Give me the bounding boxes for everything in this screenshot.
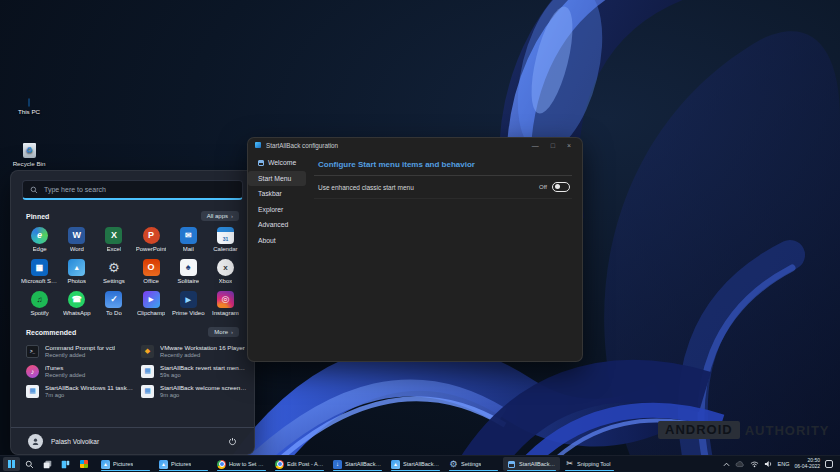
recommended-item[interactable]: >_ Command Prompt for vctlRecently added	[26, 344, 133, 358]
store-icon	[80, 460, 88, 468]
clipchamp-icon: ▸	[143, 291, 160, 308]
user-name[interactable]: Palash Volvoikar	[51, 438, 99, 445]
sidebar-item-explorer[interactable]: Explorer	[248, 202, 306, 218]
close-button[interactable]: ×	[567, 142, 571, 149]
taskbar-window-chrome-how-to[interactable]: How to Set Windo...	[213, 457, 270, 471]
app-tile-solitaire[interactable]: ♠Solitaire	[170, 259, 207, 284]
recommended-item[interactable]: ▦ StartAllBack welcome screen Wind...9m …	[141, 384, 248, 398]
start-menu: Type here to search Pinned All apps › eE…	[10, 170, 255, 455]
desktop-icon-this-pc[interactable]: This PC	[6, 99, 52, 115]
taskbar-window-chrome-edit-post[interactable]: Edit Post - Android ...	[271, 457, 328, 471]
whatsapp-icon: ☎	[68, 291, 85, 308]
power-button[interactable]	[228, 437, 237, 446]
app-tile-office[interactable]: OOffice	[133, 259, 170, 284]
volume-icon[interactable]	[764, 460, 773, 468]
recommended-item[interactable]: ◆ VMware Workstation 16 PlayerRecently a…	[141, 344, 248, 358]
clock-date: 06-04-2022	[794, 464, 820, 470]
terminal-icon: >_	[26, 345, 39, 358]
sidebar-item-start-menu[interactable]: Start Menu	[248, 171, 306, 187]
start-menu-footer: Palash Volvoikar	[11, 427, 254, 454]
app-tile-prime-video[interactable]: ▶Prime Video	[170, 291, 207, 316]
app-tile-microsoft-store[interactable]: ▦Microsoft Store	[21, 259, 58, 284]
recommended-item[interactable]: ▦ StartAllBack Windows 11 taskbar ic...7…	[26, 384, 133, 398]
taskbar-search-button[interactable]	[21, 457, 38, 471]
image-file-icon: ▦	[141, 385, 154, 398]
desktop-icon-label: Recycle Bin	[13, 160, 46, 167]
photo-icon: ▲	[101, 460, 110, 469]
app-tile-powerpoint[interactable]: PPowerPoint	[133, 227, 170, 252]
taskbar-window-startallback-welcome[interactable]: ▲ StartAllBack welcom...	[387, 457, 444, 471]
notification-center-icon[interactable]	[825, 460, 833, 468]
app-tile-xbox[interactable]: xXbox	[207, 259, 244, 284]
more-button[interactable]: More ›	[208, 327, 239, 337]
app-tile-to-do[interactable]: ✓To Do	[95, 291, 132, 316]
power-icon	[228, 437, 237, 446]
windows-logo-icon	[8, 460, 16, 468]
android-authority-watermark: ANDROID AUTHORITY	[658, 421, 830, 439]
photo-icon: ▲	[391, 460, 400, 469]
vmware-icon: ◆	[141, 345, 154, 358]
taskbar-window-settings[interactable]: ⚙ Settings	[445, 457, 502, 471]
person-icon	[31, 437, 40, 446]
app-tile-clipchamp[interactable]: ▸Clipchamp	[133, 291, 170, 316]
tray-chevron-up-icon[interactable]	[723, 462, 730, 467]
taskbar-window-startallback-installer[interactable]: ↓ StartAllBack installe...	[329, 457, 386, 471]
start-button[interactable]	[3, 457, 20, 471]
recycle-bin-icon: ♻	[23, 143, 36, 158]
taskbar-clock[interactable]: 20:50 06-04-2022	[794, 458, 820, 470]
photos-icon: ▲	[68, 259, 85, 276]
toggle-state-label: Off	[539, 184, 547, 190]
search-icon	[25, 460, 34, 469]
recommended-item[interactable]: ▦ StartAllBack revert start menu.jpg59s …	[141, 364, 248, 378]
window-titlebar[interactable]: StartAllBack configuration — □ ×	[248, 138, 582, 152]
xbox-icon: x	[217, 259, 234, 276]
gear-icon: ⚙	[105, 259, 122, 276]
app-tile-whatsapp[interactable]: ☎WhatsApp	[58, 291, 95, 316]
minimize-button[interactable]: —	[532, 142, 539, 149]
mail-icon: ✉	[180, 227, 197, 244]
todo-check-icon: ✓	[105, 291, 122, 308]
recommended-item[interactable]: ♪ iTunesRecently added	[26, 364, 133, 378]
office-icon: O	[143, 259, 160, 276]
sidebar-item-taskbar[interactable]: Taskbar	[248, 186, 306, 202]
app-tile-excel[interactable]: XExcel	[95, 227, 132, 252]
taskbar-window-startallback-config[interactable]: StartAllBack configu...	[503, 457, 560, 471]
taskbar-window-snipping-tool[interactable]: ✂ Snipping Tool	[561, 457, 618, 471]
config-sidebar: Welcome Start Menu Taskbar Explorer Adva…	[248, 152, 310, 361]
calendar-icon: 31	[217, 227, 234, 244]
chevron-right-icon: ›	[231, 329, 233, 335]
widgets-button[interactable]	[57, 457, 74, 471]
wifi-icon[interactable]	[750, 460, 759, 468]
onedrive-cloud-icon[interactable]	[735, 461, 745, 468]
image-file-icon: ▦	[26, 385, 39, 398]
app-tile-photos[interactable]: ▲Photos	[58, 259, 95, 284]
app-tile-mail[interactable]: ✉Mail	[170, 227, 207, 252]
recommended-grid: >_ Command Prompt for vctlRecently added…	[26, 344, 239, 398]
search-input[interactable]: Type here to search	[22, 180, 243, 200]
gear-icon: ⚙	[449, 460, 458, 469]
sidebar-item-advanced[interactable]: Advanced	[248, 217, 306, 233]
taskbar-window-pictures[interactable]: ▲ Pictures	[97, 457, 154, 471]
config-content: Configure Start menu items and behavior …	[310, 152, 582, 361]
app-tile-word[interactable]: WWord	[58, 227, 95, 252]
app-tile-instagram[interactable]: ◎Instagram	[207, 291, 244, 316]
taskbar-window-pictures-2[interactable]: ▲ Pictures	[155, 457, 212, 471]
app-tile-edge[interactable]: eEdge	[21, 227, 58, 252]
solitaire-icon: ♠	[180, 259, 197, 276]
chrome-icon	[275, 460, 284, 469]
enhanced-start-menu-toggle[interactable]	[552, 182, 570, 192]
app-tile-spotify[interactable]: ♫Spotify	[21, 291, 58, 316]
app-tile-settings[interactable]: ⚙Settings	[95, 259, 132, 284]
task-view-button[interactable]	[39, 457, 56, 471]
store-pinned-button[interactable]	[75, 457, 92, 471]
desktop-icon-recycle-bin[interactable]: ♻ Recycle Bin	[6, 143, 52, 167]
app-tile-calendar[interactable]: 31Calendar	[207, 227, 244, 252]
maximize-button[interactable]: □	[551, 142, 555, 149]
language-indicator[interactable]: ENG	[778, 461, 790, 467]
sidebar-item-welcome[interactable]: Welcome	[248, 155, 306, 171]
prime-video-icon: ▶	[180, 291, 197, 308]
pinned-heading: Pinned	[26, 213, 49, 220]
avatar[interactable]	[28, 434, 43, 449]
all-apps-button[interactable]: All apps ›	[201, 211, 239, 221]
sidebar-item-about[interactable]: About	[248, 233, 306, 249]
